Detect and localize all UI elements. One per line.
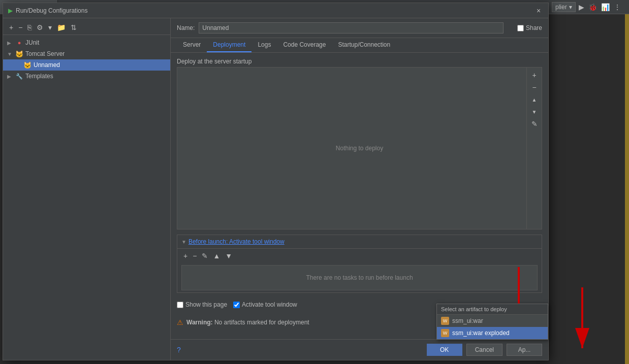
- tab-code-coverage[interactable]: Code Coverage: [277, 38, 332, 52]
- name-input[interactable]: [199, 22, 504, 34]
- deploy-up-button[interactable]: ▲: [528, 94, 541, 105]
- deploy-edit-button[interactable]: ✎: [528, 118, 541, 129]
- tree-item-templates[interactable]: ▶ 🔧 Templates: [3, 71, 170, 82]
- artifact-war-label: ssm_ui:war: [452, 317, 483, 324]
- share-checkbox[interactable]: [517, 25, 524, 31]
- share-label: Share: [526, 24, 542, 31]
- warning-text: Warning: Warning: No artifacts marked fo…: [186, 319, 309, 326]
- tomcat-label: Tomcat Server: [25, 50, 65, 57]
- tree-item-tomcat[interactable]: ▼ 🐱 Tomcat Server: [3, 48, 170, 59]
- help-button[interactable]: ?: [177, 346, 181, 354]
- templates-label: Templates: [25, 73, 53, 80]
- deploy-area-toolbar: + − ▲ ▼ ✎: [526, 68, 542, 229]
- launch-down-button[interactable]: ▼: [223, 251, 234, 261]
- deploy-section: Deploy at the server startup Nothing to …: [177, 58, 542, 229]
- before-launch-header: ▼ Before launch: Activate tool window: [177, 235, 542, 249]
- launch-add-button[interactable]: +: [181, 251, 190, 261]
- run-config-dropdown[interactable]: plier ▾: [552, 2, 576, 12]
- ok-button[interactable]: OK: [427, 344, 462, 356]
- before-launch-section: ▼ Before launch: Activate tool window + …: [177, 235, 542, 293]
- junit-label: JUnit: [25, 39, 39, 46]
- name-label: Name:: [177, 24, 195, 31]
- deploy-remove-button[interactable]: −: [528, 82, 541, 93]
- tab-deployment[interactable]: Deployment: [207, 38, 251, 52]
- dialog-footer: ? OK Cancel Ap...: [171, 339, 548, 360]
- activate-window-checkbox[interactable]: [233, 302, 240, 308]
- artifact-item-war-exploded[interactable]: W ssm_ui:war exploded: [437, 327, 548, 339]
- tree-item-junit[interactable]: ▶ ● JUnit: [3, 37, 170, 48]
- templates-icon: 🔧: [15, 72, 23, 80]
- config-toolbar: + − ⎘ ⚙ ▾ 📁 ⇅: [3, 20, 170, 35]
- sort-config-button[interactable]: ⇅: [69, 22, 79, 32]
- run-button[interactable]: ▶: [578, 2, 585, 12]
- launch-remove-button[interactable]: −: [191, 251, 199, 261]
- debug-button[interactable]: 🐞: [587, 2, 598, 12]
- add-config-button[interactable]: +: [7, 22, 15, 32]
- tree-arrow-junit: ▶: [7, 40, 13, 46]
- before-launch-collapse-icon[interactable]: ▼: [181, 239, 186, 245]
- tab-deployment-content: Deploy at the server startup Nothing to …: [171, 53, 548, 339]
- tab-logs[interactable]: Logs: [251, 38, 277, 52]
- share-option: Share: [517, 24, 542, 31]
- deploy-area: Nothing to deploy + − ▲ ▼ ✎: [177, 67, 542, 229]
- before-launch-toolbar: + − ✎ ▲ ▼: [177, 249, 542, 263]
- apply-button[interactable]: Ap...: [507, 344, 542, 356]
- ide-toolbar: plier ▾ ▶ 🐞 📊 ⋮: [548, 0, 629, 14]
- artifact-item-war[interactable]: W ssm_ui:war: [437, 315, 548, 327]
- activate-window-label: Activate tool window: [242, 301, 297, 308]
- artifact-popup-header: Select an artifact to deploy: [437, 304, 548, 315]
- show-page-option: Show this page: [177, 301, 227, 308]
- artifact-war-exploded-label: ssm_ui:war exploded: [452, 329, 510, 337]
- deploy-section-label: Deploy at the server startup: [177, 58, 542, 65]
- artifact-war-icon: W: [441, 317, 449, 325]
- launch-edit-button[interactable]: ✎: [200, 251, 210, 261]
- run-debug-dialog: ▶ Run/Debug Configurations × + − ⎘ ⚙ ▾ 📁…: [3, 3, 549, 360]
- tomcat-icon: 🐱: [15, 50, 23, 58]
- tab-startup[interactable]: Startup/Connection: [332, 38, 396, 52]
- settings-config-button[interactable]: ⚙: [35, 22, 45, 32]
- dialog-title: ▶ Run/Debug Configurations: [8, 7, 87, 14]
- artifact-war-exploded-icon: W: [441, 329, 449, 337]
- nothing-to-deploy-text: Nothing to deploy: [336, 145, 383, 152]
- no-tasks-area: There are no tasks to run before launch: [181, 265, 538, 290]
- tree-item-unnamed[interactable]: ▶ 🐱 Unnamed: [3, 59, 170, 71]
- deploy-add-button[interactable]: +: [528, 70, 541, 81]
- unnamed-icon: 🐱: [23, 61, 32, 69]
- tree-arrow-unnamed: ▶: [15, 62, 21, 68]
- activate-window-option: Activate tool window: [233, 301, 297, 308]
- tree-arrow-tomcat: ▼: [7, 51, 13, 57]
- folder-config-button[interactable]: 📁: [55, 22, 68, 32]
- show-page-label: Show this page: [185, 301, 227, 308]
- config-sidebar: + − ⎘ ⚙ ▾ 📁 ⇅ ▶ ● JUnit ▼: [3, 18, 171, 360]
- config-tree: ▶ ● JUnit ▼ 🐱 Tomcat Server ▶ 🐱 Unnamed: [3, 35, 170, 358]
- artifact-popup: Select an artifact to deploy W ssm_ui:wa…: [436, 304, 548, 340]
- coverage-button[interactable]: 📊: [600, 2, 611, 12]
- tree-arrow-templates: ▶: [7, 74, 13, 79]
- cancel-button[interactable]: Cancel: [466, 344, 502, 356]
- dialog-close-button[interactable]: ×: [534, 6, 543, 15]
- yellow-stripe: [625, 0, 629, 364]
- copy-config-button[interactable]: ⎘: [25, 22, 34, 32]
- unnamed-label: Unnamed: [34, 61, 60, 69]
- tab-server[interactable]: Server: [177, 38, 207, 52]
- dropdown-arrow[interactable]: ▾: [569, 4, 572, 11]
- junit-icon: ●: [15, 39, 23, 47]
- no-tasks-text: There are no tasks to run before launch: [306, 274, 413, 281]
- before-launch-title[interactable]: Before launch: Activate tool window: [188, 238, 285, 245]
- more-button[interactable]: ⋮: [613, 2, 622, 12]
- run-icon: ▶: [8, 7, 13, 14]
- warning-icon: ⚠: [177, 318, 183, 326]
- remove-config-button[interactable]: −: [16, 22, 24, 32]
- arrow-config-button[interactable]: ▾: [46, 22, 54, 32]
- dropdown-label-text: plier: [555, 4, 567, 11]
- tabs-bar: Server Deployment Logs Code Coverage Sta…: [171, 38, 548, 53]
- deploy-down-button[interactable]: ▼: [528, 106, 541, 117]
- launch-up-button[interactable]: ▲: [211, 251, 222, 261]
- show-page-checkbox[interactable]: [177, 302, 183, 308]
- name-row: Name: Share: [171, 18, 548, 38]
- dialog-titlebar: ▶ Run/Debug Configurations ×: [3, 3, 548, 18]
